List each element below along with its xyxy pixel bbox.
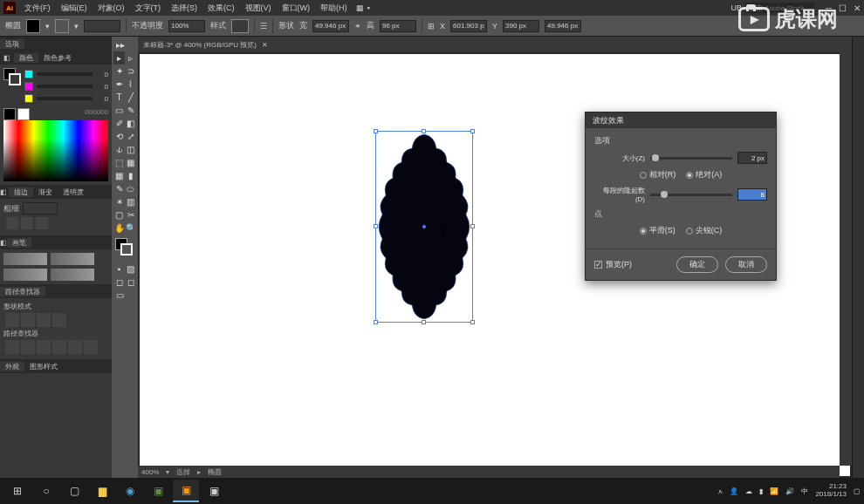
mesh-tool[interactable]: ▦ xyxy=(113,169,125,182)
crop-icon[interactable] xyxy=(52,340,66,354)
zoom-tool[interactable]: 🔍 xyxy=(125,221,136,235)
rotate-tool[interactable]: ⟲ xyxy=(113,130,125,143)
tray-ime-icon[interactable]: 中 xyxy=(801,487,808,496)
tray-cloud-icon[interactable]: ☁ xyxy=(745,487,752,495)
absolute-radio[interactable]: 绝对(A) xyxy=(686,169,722,180)
tray-battery-icon[interactable]: ▮ xyxy=(759,487,763,495)
tray-people-icon[interactable]: 👤 xyxy=(730,487,738,495)
illustrator-taskbar-icon[interactable]: ▣ xyxy=(173,480,199,502)
close-tab-icon[interactable]: ✕ xyxy=(262,41,268,49)
width-tool[interactable]: ⫝ xyxy=(113,143,125,156)
smooth-radio[interactable]: 平滑(S) xyxy=(640,225,675,236)
eraser-tool[interactable]: ◧ xyxy=(125,117,136,130)
tray-up-icon[interactable]: ʌ xyxy=(718,487,723,495)
window-minimize[interactable]: ─ xyxy=(826,3,832,13)
minus-back-icon[interactable] xyxy=(84,340,98,354)
menu-select[interactable]: 选择(S) xyxy=(166,3,202,14)
chevron-down-icon[interactable]: ▾ xyxy=(45,22,50,31)
window-maximize[interactable]: ☐ xyxy=(839,3,847,13)
fill-swatch[interactable] xyxy=(26,19,40,33)
cancel-button[interactable]: 取消 xyxy=(725,256,767,273)
y-value[interactable]: 0 xyxy=(96,95,108,103)
pen-tool[interactable]: ✒ xyxy=(113,78,125,91)
handle-mid-right[interactable] xyxy=(470,224,475,228)
relative-radio[interactable]: 相对(R) xyxy=(640,169,676,180)
handle-bottom-right[interactable] xyxy=(470,320,475,324)
artboard-tool[interactable]: ▢ xyxy=(113,208,125,221)
x-input[interactable] xyxy=(450,20,487,32)
handle-top-center[interactable] xyxy=(422,129,426,133)
panel-tab-color[interactable]: 颜色 xyxy=(14,53,38,63)
search-input[interactable] xyxy=(745,3,815,13)
magic-wand-tool[interactable]: ✦ xyxy=(113,65,125,78)
ref-point-icon[interactable]: ⊞ xyxy=(428,22,435,31)
stroke-weight-input[interactable] xyxy=(84,20,120,32)
curvature-tool[interactable]: ⌇ xyxy=(125,78,136,91)
scrollbar-vertical[interactable] xyxy=(840,52,852,466)
chevron-down-icon[interactable]: ▾ xyxy=(74,22,79,31)
menu-object[interactable]: 对象(O) xyxy=(93,3,130,14)
shaper-tool[interactable]: ✐ xyxy=(113,117,125,130)
brush-preset[interactable] xyxy=(51,269,94,281)
app-icon-1[interactable]: ▣ xyxy=(145,480,171,502)
handle-top-right[interactable] xyxy=(470,129,475,133)
color-mode-icon[interactable]: ▪ xyxy=(113,262,125,276)
rectangle-tool[interactable]: ▭ xyxy=(113,104,125,117)
handle-bottom-left[interactable] xyxy=(374,320,378,324)
menu-file[interactable]: 文件(F) xyxy=(19,3,56,14)
line-tool[interactable]: ╱ xyxy=(125,91,136,104)
draw-behind-icon[interactable]: ◻ xyxy=(125,276,136,289)
panel-tab-colorguide[interactable]: 颜色参考 xyxy=(38,53,77,63)
document-tab[interactable]: 未标题-3* @ 400% (RGB/GPU 预览) xyxy=(143,40,257,50)
cap-butt-icon[interactable] xyxy=(6,217,18,229)
app-icon-2[interactable]: ▣ xyxy=(201,480,227,502)
intersect-icon[interactable] xyxy=(37,313,51,327)
ok-button[interactable]: 确定 xyxy=(676,256,718,273)
weight-input[interactable] xyxy=(23,202,58,215)
exclude-icon[interactable] xyxy=(52,313,66,327)
fill-large[interactable] xyxy=(3,108,16,120)
bridge-icon[interactable]: ▦ xyxy=(356,3,364,12)
size-input[interactable] xyxy=(737,152,767,164)
height-input[interactable] xyxy=(380,20,416,32)
zoom-level[interactable]: 400% xyxy=(141,468,159,476)
dialog-title[interactable]: 波纹效果 xyxy=(586,112,776,128)
paintbrush-tool[interactable]: ✎ xyxy=(125,104,136,117)
direct-selection-tool[interactable]: ▹ xyxy=(125,51,136,65)
panel-tab-transparency[interactable]: 透明度 xyxy=(58,187,89,197)
panel-tab-appearance[interactable]: 外观 xyxy=(0,362,24,371)
bounding-box[interactable] xyxy=(375,131,473,323)
menu-help[interactable]: 帮助(H) xyxy=(315,3,353,14)
browser-icon[interactable]: ◉ xyxy=(117,480,143,502)
cloud-icon[interactable]: ▪ xyxy=(367,3,370,12)
workspace-label[interactable]: UB xyxy=(730,3,742,12)
tray-network-icon[interactable]: 📶 xyxy=(770,487,778,495)
notification-icon[interactable]: ▢ xyxy=(854,487,861,495)
panel-tab-selection[interactable]: 选项 xyxy=(0,39,24,49)
gradient-tool[interactable]: ▮ xyxy=(125,169,136,182)
collapse-icon[interactable]: ▸▸ xyxy=(113,38,127,51)
graph-tool[interactable]: ▥ xyxy=(125,195,136,208)
divide-icon[interactable] xyxy=(5,340,19,354)
size-slider[interactable] xyxy=(650,157,732,160)
handle-mid-left[interactable] xyxy=(374,224,378,228)
y-input[interactable] xyxy=(503,20,539,32)
ridges-input[interactable] xyxy=(737,188,767,201)
symbol-sprayer-tool[interactable]: ✶ xyxy=(113,195,125,208)
color-spectrum[interactable] xyxy=(3,120,108,181)
blend-tool[interactable]: ⬭ xyxy=(125,182,136,195)
handle-top-left[interactable] xyxy=(374,129,378,133)
file-explorer-icon[interactable]: ▆ xyxy=(89,480,115,502)
type-tool[interactable]: T xyxy=(113,91,125,104)
align-icon[interactable]: ☰ xyxy=(260,22,267,31)
ridges-slider[interactable] xyxy=(650,194,732,196)
cap-round-icon[interactable] xyxy=(21,217,33,229)
free-transform-tool[interactable]: ◫ xyxy=(125,143,136,156)
panel-tab-pathfinder[interactable]: 路径查找器 xyxy=(0,287,45,296)
window-close[interactable]: ✕ xyxy=(854,3,861,13)
cortana-icon[interactable]: ○ xyxy=(33,480,59,502)
taskbar-clock[interactable]: 21:23 2018/1/13 xyxy=(815,483,847,499)
lasso-tool[interactable]: ⊃ xyxy=(125,65,136,78)
stroke-large[interactable] xyxy=(17,108,30,120)
style-dropdown[interactable] xyxy=(231,19,249,33)
